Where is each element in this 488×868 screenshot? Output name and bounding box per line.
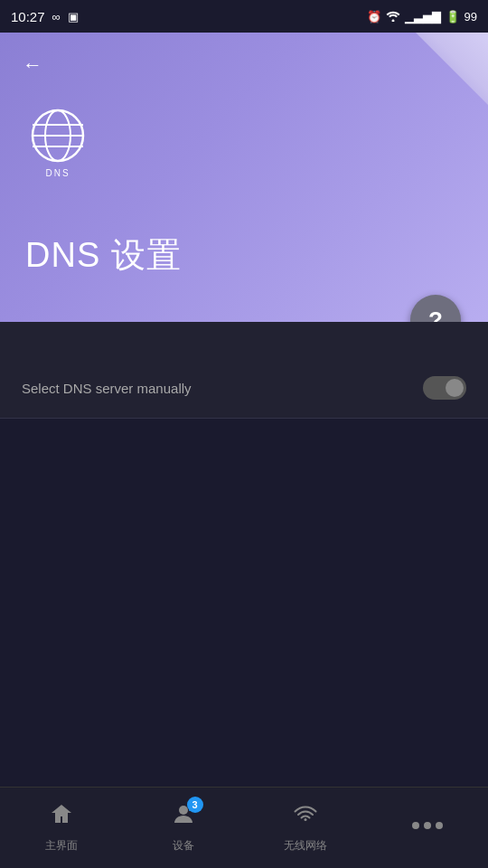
dot-1 xyxy=(412,822,419,829)
alarm-icon: ⏰ xyxy=(367,10,381,24)
status-bar: 10:27 ∞ ▣ ⏰ ▁▃▅▇ 🔋 99 xyxy=(0,0,488,33)
status-left: 10:27 ∞ ▣ xyxy=(11,9,79,24)
status-icon-sim: ▣ xyxy=(68,10,79,24)
nav-label-devices: 设备 xyxy=(173,838,194,854)
more-dots-icon xyxy=(412,814,443,837)
status-icon-infinity: ∞ xyxy=(52,10,61,24)
dns-toggle-label: Select DNS server manually xyxy=(22,381,192,396)
battery-level: 99 xyxy=(465,10,477,24)
hero-section: ← DNS DNS 设置 ? xyxy=(0,33,488,322)
help-button[interactable]: ? xyxy=(410,295,461,322)
devices-icon: 3 xyxy=(171,802,196,834)
dns-icon-wrapper: DNS xyxy=(27,105,89,178)
globe-icon xyxy=(27,105,89,166)
dns-manual-toggle[interactable] xyxy=(423,376,466,400)
page-title: DNS 设置 xyxy=(25,232,182,278)
status-time: 10:27 xyxy=(11,9,45,24)
nav-item-wifi[interactable]: 无线网络 xyxy=(244,802,366,854)
back-arrow-icon: ← xyxy=(23,53,42,77)
help-icon: ? xyxy=(428,307,443,323)
back-button[interactable]: ← xyxy=(16,49,49,81)
dot-3 xyxy=(436,822,443,829)
nav-label-home: 主界面 xyxy=(45,838,78,854)
home-icon xyxy=(49,802,74,834)
signal-icon: ▁▃▅▇ xyxy=(405,10,441,24)
status-right: ⏰ ▁▃▅▇ 🔋 99 xyxy=(367,9,477,24)
nav-item-devices[interactable]: 3 设备 xyxy=(122,802,244,854)
bottom-nav: 主界面 3 设备 无线网络 xyxy=(0,787,488,868)
toggle-thumb xyxy=(446,379,464,397)
dns-under-label: DNS xyxy=(45,168,70,178)
dot-2 xyxy=(424,822,431,829)
dns-manual-row: Select DNS server manually xyxy=(0,358,488,419)
svg-point-5 xyxy=(179,806,188,815)
wifi-nav-icon xyxy=(293,802,318,834)
main-content: Select DNS server manually xyxy=(0,322,488,419)
wifi-icon xyxy=(386,9,400,24)
devices-badge: 3 xyxy=(187,797,203,813)
battery-icon: 🔋 xyxy=(446,10,460,24)
nav-item-home[interactable]: 主界面 xyxy=(0,802,122,854)
nav-item-more[interactable] xyxy=(366,814,488,842)
nav-label-wifi: 无线网络 xyxy=(284,838,327,854)
